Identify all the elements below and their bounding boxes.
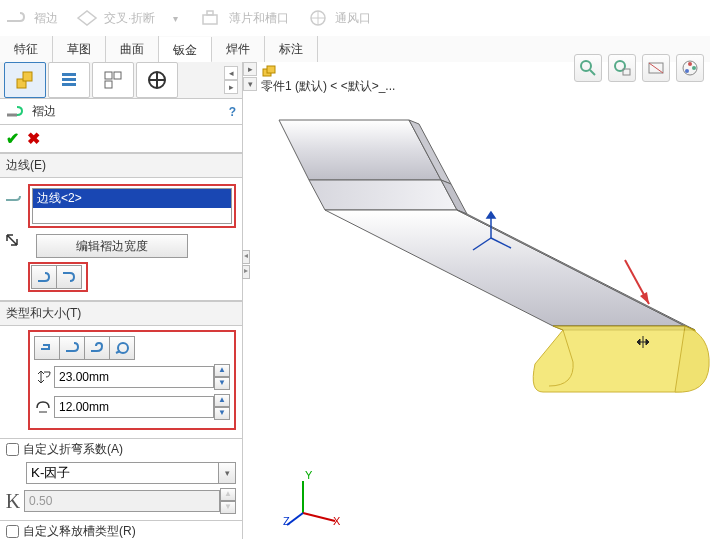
panel-splitter[interactable]: ◂▸ xyxy=(242,250,248,276)
ribbon-dropdown-icon: ▾ xyxy=(173,13,183,24)
cancel-button[interactable]: ✖ xyxy=(27,129,40,148)
gap-icon xyxy=(34,398,54,416)
hem-type-open[interactable] xyxy=(60,336,85,360)
material-inside-button[interactable] xyxy=(31,265,57,289)
property-manager-panel: ◂ ▸ 褶边 ? ✔ ✖ 边线(E) 边线<2> xyxy=(0,62,243,539)
reverse-direction-icon[interactable] xyxy=(4,232,22,250)
edge-select-icon xyxy=(4,188,24,204)
custom-relief-label: 自定义释放槽类型(R) xyxy=(23,523,136,539)
ribbon-cross-break-label: 交叉·折断 xyxy=(104,10,155,27)
k-factor-input xyxy=(24,490,220,512)
svg-rect-13 xyxy=(105,81,112,88)
pm-tab-scroll-left[interactable]: ◂ xyxy=(224,66,238,80)
svg-rect-1 xyxy=(203,15,217,24)
ok-button[interactable]: ✔ xyxy=(6,129,19,148)
k-down: ▼ xyxy=(220,501,236,514)
svg-rect-7 xyxy=(23,72,32,81)
svg-line-41 xyxy=(303,513,335,521)
pm-tab-config[interactable] xyxy=(92,62,134,98)
svg-text:X: X xyxy=(333,515,341,527)
svg-rect-11 xyxy=(105,72,112,79)
feature-title: 褶边 xyxy=(32,103,223,120)
pm-tab-dimension[interactable] xyxy=(136,62,178,98)
length-down[interactable]: ▼ xyxy=(214,377,230,390)
svg-text:Z: Z xyxy=(283,515,290,527)
ribbon-tab-slot: 薄片和槽口 xyxy=(201,9,289,27)
tab-sheetmetal[interactable]: 钣金 xyxy=(159,37,212,63)
ribbon-hem: 褶边 xyxy=(6,9,58,27)
svg-text:Y: Y xyxy=(305,469,313,481)
edit-hem-width-button[interactable]: 编辑褶边宽度 xyxy=(36,234,188,258)
edges-selection-box[interactable]: 边线<2> xyxy=(28,184,236,228)
custom-relief-checkbox[interactable] xyxy=(6,525,19,538)
hem-type-closed[interactable] xyxy=(34,336,60,360)
type-size-section-label: 类型和大小(T) xyxy=(0,301,242,326)
custom-bend-allowance-label: 自定义折弯系数(A) xyxy=(23,441,123,458)
length-input[interactable] xyxy=(54,366,214,388)
tab-weldment[interactable]: 焊件 xyxy=(212,36,265,62)
gap-input[interactable] xyxy=(54,396,214,418)
hem-feature-icon xyxy=(6,104,26,120)
svg-rect-12 xyxy=(114,72,121,79)
custom-bend-allowance-checkbox[interactable] xyxy=(6,443,19,456)
ribbon-vent-label: 通风口 xyxy=(335,10,371,27)
ribbon-hem-label: 褶边 xyxy=(34,10,58,27)
k-up: ▲ xyxy=(220,488,236,501)
view-triad: Y X Z xyxy=(283,469,343,529)
tab-sketch[interactable]: 草图 xyxy=(53,36,106,62)
gap-down[interactable]: ▼ xyxy=(214,407,230,420)
pm-tab-scroll-right[interactable]: ▸ xyxy=(224,80,238,94)
ribbon-cross-break: 交叉·折断 xyxy=(76,9,155,27)
tab-surface[interactable]: 曲面 xyxy=(106,36,159,62)
hem-type-teardrop[interactable] xyxy=(85,336,110,360)
bend-method-dropdown-icon[interactable]: ▾ xyxy=(219,462,236,484)
svg-rect-9 xyxy=(62,78,76,81)
tab-annotate[interactable]: 标注 xyxy=(265,36,318,62)
edges-section-label: 边线(E) xyxy=(0,153,242,178)
bend-method-combo[interactable] xyxy=(26,462,219,484)
ribbon-tab-slot-label: 薄片和槽口 xyxy=(229,10,289,27)
svg-rect-2 xyxy=(207,11,213,15)
pm-tab-feature[interactable] xyxy=(4,62,46,98)
svg-marker-0 xyxy=(78,11,96,25)
graphics-viewport[interactable]: ▸ ▾ 零件1 (默认) < <默认>_... xyxy=(243,62,710,539)
k-factor-label: K xyxy=(2,490,24,513)
length-icon xyxy=(34,368,54,386)
hem-type-rolled[interactable] xyxy=(110,336,135,360)
edge-selection-item[interactable]: 边线<2> xyxy=(33,189,231,208)
gap-up[interactable]: ▲ xyxy=(214,394,230,407)
material-outside-button[interactable] xyxy=(57,265,82,289)
svg-rect-8 xyxy=(62,73,76,76)
ribbon-vent: 通风口 xyxy=(307,9,371,27)
help-icon[interactable]: ? xyxy=(229,105,236,119)
tab-features[interactable]: 特征 xyxy=(0,36,53,62)
pm-tab-design[interactable] xyxy=(48,62,90,98)
svg-rect-10 xyxy=(62,83,76,86)
length-up[interactable]: ▲ xyxy=(214,364,230,377)
svg-marker-33 xyxy=(487,212,495,218)
